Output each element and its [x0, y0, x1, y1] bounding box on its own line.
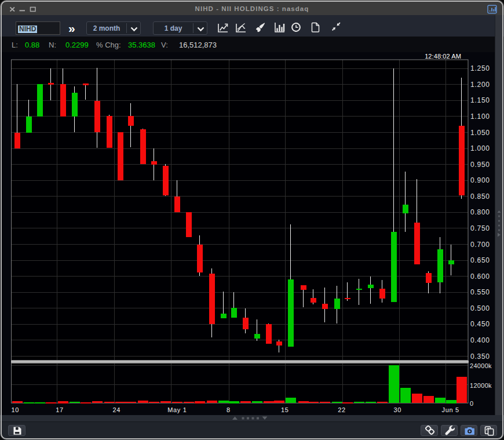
svg-text:0: 0 [470, 400, 473, 407]
svg-text:24000k: 24000k [470, 362, 492, 369]
svg-text:10: 10 [11, 406, 19, 413]
svg-text:1.150: 1.150 [470, 96, 490, 104]
svg-text:0.850: 0.850 [470, 192, 490, 201]
svg-text:0.350: 0.350 [470, 352, 490, 361]
svg-text:15: 15 [281, 406, 289, 413]
svg-text:0.650: 0.650 [470, 256, 490, 264]
svg-text:22: 22 [338, 406, 346, 413]
svg-text:0.700: 0.700 [470, 241, 490, 249]
svg-text:0.950: 0.950 [470, 161, 490, 169]
svg-text:0.750: 0.750 [470, 224, 490, 232]
svg-text:1.100: 1.100 [470, 112, 490, 121]
svg-text:8: 8 [227, 406, 231, 413]
svg-text:0.500: 0.500 [470, 304, 490, 312]
svg-text:1.050: 1.050 [470, 129, 490, 137]
svg-text:1.200: 1.200 [470, 81, 490, 89]
svg-text:0.400: 0.400 [470, 336, 490, 344]
svg-text:0.450: 0.450 [470, 320, 490, 328]
svg-text:0.900: 0.900 [470, 176, 490, 184]
svg-text:1.000: 1.000 [470, 144, 490, 152]
svg-text:17: 17 [56, 406, 64, 413]
svg-text:0.550: 0.550 [470, 288, 490, 296]
svg-text:1.250: 1.250 [470, 64, 490, 72]
svg-text:Jun 5: Jun 5 [441, 406, 459, 413]
svg-text:24: 24 [112, 406, 120, 413]
svg-text:12:48:02 AM: 12:48:02 AM [425, 53, 461, 60]
svg-text:12000k: 12000k [470, 382, 492, 389]
svg-text:0.800: 0.800 [470, 208, 490, 216]
svg-text:30: 30 [393, 406, 401, 413]
svg-text:0.600: 0.600 [470, 272, 490, 281]
svg-text:May 1: May 1 [167, 406, 187, 413]
